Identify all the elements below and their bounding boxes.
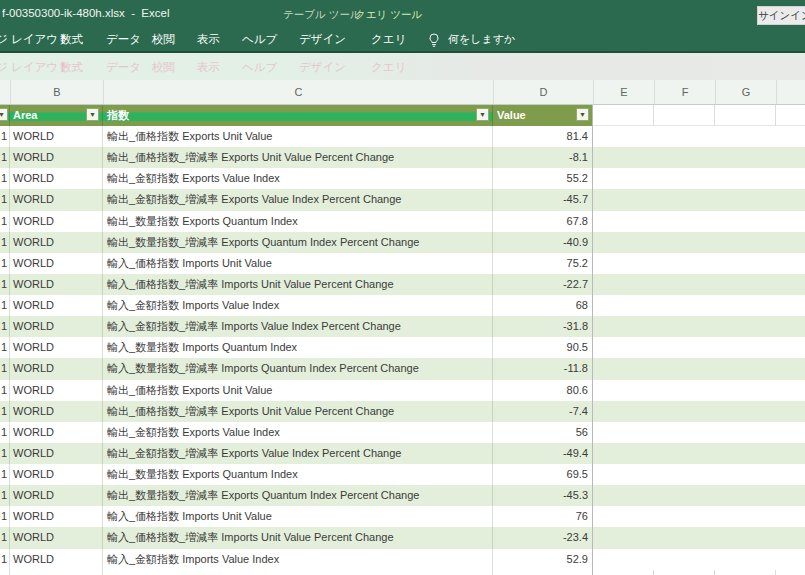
cell-area[interactable]: WORLD: [10, 253, 103, 274]
cell-area[interactable]: WORLD: [10, 422, 103, 443]
ribbon-tab[interactable]: 数式: [60, 28, 83, 51]
cell-index[interactable]: 輸出_数量指数_増減率 Exports Quantum Index Percen…: [103, 232, 493, 253]
column-header[interactable]: G: [715, 80, 776, 104]
cell-area-code[interactable]: 1: [0, 126, 10, 147]
cell-value[interactable]: -45.3: [493, 485, 593, 506]
filter-dropdown-icon[interactable]: [0, 108, 8, 121]
filter-dropdown-icon[interactable]: [86, 108, 99, 121]
cell-index[interactable]: 輸入_数量指数 Imports Quantum Index: [103, 337, 493, 358]
cell-area[interactable]: WORLD: [10, 189, 103, 210]
ribbon-tab[interactable]: データ: [106, 28, 141, 51]
sign-in-button[interactable]: サインイン: [757, 6, 805, 25]
cell-value[interactable]: -7.4: [493, 401, 593, 422]
cell-value[interactable]: 80.6: [493, 380, 593, 401]
cell-value[interactable]: -49.4: [493, 443, 593, 464]
cell-area-code[interactable]: 1: [0, 232, 10, 253]
cell-area-code[interactable]: 1: [0, 443, 10, 464]
cell-area-code[interactable]: 1: [0, 549, 10, 570]
cell-index[interactable]: 輸出_数量指数 Exports Quantum Index: [103, 464, 493, 485]
header-cell-value[interactable]: Value: [493, 105, 593, 126]
ribbon-tab[interactable]: 校閲: [152, 28, 175, 51]
cell-value[interactable]: -8.1: [493, 147, 593, 168]
cell-value[interactable]: -11.8: [493, 358, 593, 379]
cell-value[interactable]: -23.4: [493, 527, 593, 548]
cell-index[interactable]: 輸出_金額指数 Exports Value Index: [103, 168, 493, 189]
cell-area[interactable]: WORLD: [10, 527, 103, 548]
cell-area-code[interactable]: 1: [0, 189, 10, 210]
cell-area-code[interactable]: 1: [0, 485, 10, 506]
cell-area[interactable]: WORLD: [10, 401, 103, 422]
filter-dropdown-icon[interactable]: [576, 108, 589, 121]
cell-value[interactable]: 69.5: [493, 464, 593, 485]
cell-index[interactable]: 輸入_価格指数 Imports Unit Value: [103, 253, 493, 274]
column-header[interactable]: B: [10, 80, 103, 104]
cell-area-code[interactable]: 1: [0, 295, 10, 316]
cell-area-code[interactable]: 1: [0, 464, 10, 485]
cell-value[interactable]: 52.9: [493, 549, 593, 570]
column-header[interactable]: D: [493, 80, 593, 104]
cell-index[interactable]: [103, 570, 493, 575]
cell-area[interactable]: WORLD: [10, 211, 103, 232]
header-cell-index[interactable]: 指数: [103, 105, 493, 126]
cell-area[interactable]: WORLD: [10, 274, 103, 295]
ribbon-tab[interactable]: ヘルプ: [242, 28, 277, 51]
cell-value[interactable]: 90.5: [493, 337, 593, 358]
cell-value[interactable]: -31.8: [493, 316, 593, 337]
cell-index[interactable]: 輸出_価格指数 Exports Unit Value: [103, 126, 493, 147]
cell-index[interactable]: 輸入_金額指数 Imports Value Index: [103, 295, 493, 316]
cell-index[interactable]: 輸入_価格指数_増減率 Imports Unit Value Percent C…: [103, 527, 493, 548]
cell-value[interactable]: 75.2: [493, 253, 593, 274]
cell-area[interactable]: WORLD: [10, 295, 103, 316]
cell-area-code[interactable]: 1: [0, 211, 10, 232]
cell-value[interactable]: -22.7: [493, 274, 593, 295]
cell-index[interactable]: 輸出_金額指数 Exports Value Index: [103, 422, 493, 443]
cell-area[interactable]: WORLD: [10, 358, 103, 379]
cell-index[interactable]: 輸出_価格指数_増減率 Exports Unit Value Percent C…: [103, 147, 493, 168]
ribbon-tab[interactable]: デザイン: [299, 28, 346, 51]
ribbon-tab[interactable]: クエリ: [371, 28, 406, 51]
cell-area[interactable]: WORLD: [10, 464, 103, 485]
cell-value[interactable]: 67.8: [493, 211, 593, 232]
column-header[interactable]: F: [654, 80, 715, 104]
cell-index[interactable]: 輸出_金額指数_増減率 Exports Value Index Percent …: [103, 443, 493, 464]
cell-area[interactable]: WORLD: [10, 337, 103, 358]
cell-index[interactable]: 輸出_価格指数_増減率 Exports Unit Value Percent C…: [103, 401, 493, 422]
cell-area-code[interactable]: 1: [0, 253, 10, 274]
cell-index[interactable]: 輸入_数量指数_増減率 Imports Quantum Index Percen…: [103, 358, 493, 379]
cell-area[interactable]: [10, 570, 103, 575]
cell-area[interactable]: WORLD: [10, 549, 103, 570]
cell-value[interactable]: [493, 570, 593, 575]
filter-dropdown-icon[interactable]: [476, 108, 489, 121]
cell-value[interactable]: 68: [493, 295, 593, 316]
cell-area-code[interactable]: 1: [0, 422, 10, 443]
cell-value[interactable]: 81.4: [493, 126, 593, 147]
cell-index[interactable]: 輸入_金額指数 Imports Value Index: [103, 549, 493, 570]
cell-value[interactable]: -45.7: [493, 189, 593, 210]
cell-index[interactable]: 輸入_価格指数 Imports Unit Value: [103, 506, 493, 527]
column-header[interactable]: C: [103, 80, 493, 104]
cell-value[interactable]: 55.2: [493, 168, 593, 189]
cell-area[interactable]: WORLD: [10, 506, 103, 527]
cell-area-code[interactable]: 1: [0, 147, 10, 168]
cell-index[interactable]: 輸出_数量指数_増減率 Exports Quantum Index Percen…: [103, 485, 493, 506]
cell-area-code[interactable]: 1: [0, 168, 10, 189]
cell-value[interactable]: 56: [493, 422, 593, 443]
cell-value[interactable]: -40.9: [493, 232, 593, 253]
cell-index[interactable]: 輸入_価格指数_増減率 Imports Unit Value Percent C…: [103, 274, 493, 295]
cell-index[interactable]: 輸出_金額指数_増減率 Exports Value Index Percent …: [103, 189, 493, 210]
ribbon-tab[interactable]: 表示: [197, 28, 220, 51]
cell-area-code[interactable]: 1: [0, 527, 10, 548]
header-cell-area-code[interactable]: [0, 105, 10, 126]
cell-area-code[interactable]: 1: [0, 380, 10, 401]
cell-area-code[interactable]: [0, 570, 10, 575]
cell-index[interactable]: 輸入_金額指数_増減率 Imports Value Index Percent …: [103, 316, 493, 337]
cell-area-code[interactable]: 1: [0, 401, 10, 422]
cell-area[interactable]: WORLD: [10, 126, 103, 147]
cell-value[interactable]: 76: [493, 506, 593, 527]
cell-area[interactable]: WORLD: [10, 316, 103, 337]
cell-area[interactable]: WORLD: [10, 147, 103, 168]
cell-area-code[interactable]: 1: [0, 506, 10, 527]
cell-index[interactable]: 輸出_価格指数 Exports Unit Value: [103, 380, 493, 401]
cell-area[interactable]: WORLD: [10, 485, 103, 506]
header-cell-area[interactable]: Area: [10, 105, 103, 126]
